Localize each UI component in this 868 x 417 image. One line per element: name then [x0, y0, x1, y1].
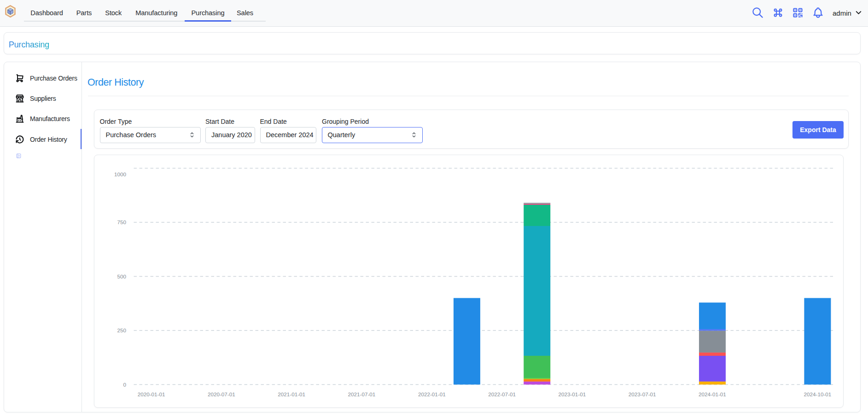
- breadcrumb-panel: Purchasing: [4, 32, 861, 54]
- content-area: Order History Order Type Purchase Orders…: [82, 62, 861, 412]
- svg-text:2023-07-01: 2023-07-01: [629, 391, 656, 397]
- user-menu[interactable]: admin: [833, 9, 851, 17]
- start-date-field: Start Date January 2020: [205, 117, 255, 143]
- grouping-period-label: Grouping Period: [322, 117, 423, 126]
- end-date-field: End Date December 2024: [260, 117, 316, 143]
- svg-text:2020-07-01: 2020-07-01: [208, 391, 235, 397]
- qrcode-icon[interactable]: [792, 6, 804, 19]
- selector-icon: [410, 131, 418, 139]
- svg-text:500: 500: [117, 273, 126, 279]
- grouping-period-field: Grouping Period Quarterly: [322, 117, 423, 143]
- bell-icon[interactable]: [812, 6, 824, 19]
- shopping-cart-icon: [15, 74, 24, 83]
- sidebar-collapse-icon[interactable]: [16, 152, 22, 158]
- svg-text:2024-10-01: 2024-10-01: [804, 391, 832, 397]
- svg-text:0: 0: [123, 381, 126, 387]
- tab-purchasing[interactable]: Purchasing: [185, 4, 231, 22]
- history-icon: [15, 135, 24, 144]
- tab-sales[interactable]: Sales: [231, 4, 259, 22]
- order-type-label: Order Type: [100, 117, 201, 126]
- svg-text:1000: 1000: [114, 171, 127, 177]
- start-date-label: Start Date: [205, 117, 255, 126]
- svg-text:250: 250: [117, 327, 126, 333]
- chevron-down-icon[interactable]: [854, 8, 863, 17]
- grouping-period-select[interactable]: Quarterly: [322, 127, 423, 143]
- building-store-icon: [15, 94, 24, 103]
- svg-text:2022-07-01: 2022-07-01: [488, 391, 516, 397]
- svg-text:750: 750: [117, 219, 126, 225]
- page-title[interactable]: Purchasing: [9, 40, 49, 50]
- app-header: Dashboard Parts Stock Manufacturing Purc…: [0, 0, 868, 27]
- inventree-logo[interactable]: [5, 5, 16, 17]
- content-title: Order History: [87, 77, 144, 88]
- end-date-label: End Date: [260, 117, 316, 126]
- selector-icon: [188, 131, 196, 139]
- svg-text:2022-01-01: 2022-01-01: [418, 391, 446, 397]
- command-icon[interactable]: [772, 6, 784, 19]
- tab-stock[interactable]: Stock: [99, 4, 128, 22]
- search-icon[interactable]: [751, 6, 764, 19]
- svg-text:2021-07-01: 2021-07-01: [348, 391, 376, 397]
- tab-dashboard[interactable]: Dashboard: [24, 4, 70, 22]
- order-history-chart[interactable]: 025050075010002020-01-012020-07-012021-0…: [94, 155, 844, 408]
- title-divider: [88, 96, 849, 96]
- tab-manufacturing[interactable]: Manufacturing: [128, 4, 185, 22]
- svg-text:2020-01-01: 2020-01-01: [138, 391, 165, 397]
- svg-text:2024-01-01: 2024-01-01: [699, 391, 726, 397]
- order-type-field: Order Type Purchase Orders: [100, 117, 201, 143]
- sidebar-item-manufacturers[interactable]: Manufacturers: [4, 110, 81, 128]
- start-date-input[interactable]: January 2020: [205, 127, 255, 143]
- order-type-select[interactable]: Purchase Orders: [100, 127, 201, 143]
- sidebar-item-order-history[interactable]: Order History: [4, 130, 81, 149]
- svg-text:2023-01-01: 2023-01-01: [558, 391, 586, 397]
- export-data-button[interactable]: Export Data: [792, 121, 844, 139]
- svg-text:2021-01-01: 2021-01-01: [278, 391, 305, 397]
- main-panel: Purchase Orders Suppliers M: [4, 62, 861, 412]
- filter-panel: Order Type Purchase Orders Start Date Ja…: [94, 110, 849, 149]
- end-date-input[interactable]: December 2024: [260, 127, 316, 143]
- tab-parts[interactable]: Parts: [70, 4, 99, 22]
- sidebar-item-purchase-orders[interactable]: Purchase Orders: [4, 69, 81, 87]
- chart-panel: 025050075010002020-01-012020-07-012021-0…: [94, 155, 844, 408]
- sidebar-item-suppliers[interactable]: Suppliers: [4, 89, 81, 108]
- factory-icon: [15, 114, 24, 123]
